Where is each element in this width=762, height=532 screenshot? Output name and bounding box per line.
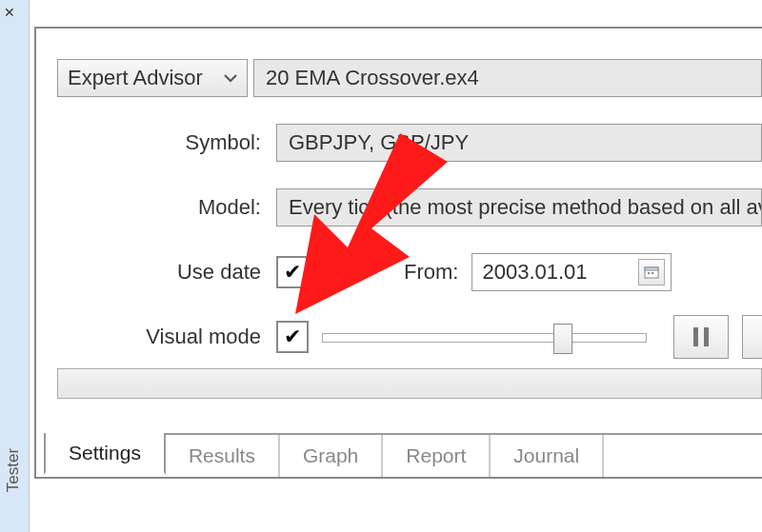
pause-icon <box>693 327 698 346</box>
use-date-checkbox[interactable]: ✔ <box>276 256 309 288</box>
speed-slider[interactable] <box>322 324 647 350</box>
svg-rect-1 <box>645 267 658 270</box>
tab-journal[interactable]: Journal <box>491 435 604 477</box>
tester-panel: Expert Advisor 20 EMA Crossover.ex4 Symb… <box>34 27 762 479</box>
visual-mode-label: Visual mode <box>57 325 276 349</box>
use-date-label: Use date <box>57 260 276 285</box>
calendar-icon[interactable] <box>638 259 665 286</box>
tab-results[interactable]: Results <box>166 435 280 477</box>
tab-label: Results <box>189 444 255 467</box>
side-tab-tester[interactable]: Tester <box>0 437 27 503</box>
expert-type-select[interactable]: Expert Advisor <box>57 59 248 97</box>
row-visual-mode: Visual mode ✔ <box>57 318 762 356</box>
from-label: From: <box>404 260 458 285</box>
from-date-input[interactable]: 2003.01.01 <box>471 253 672 291</box>
model-value: Every tick (the most precise method base… <box>289 195 762 220</box>
tab-label: Report <box>406 444 466 467</box>
slider-track <box>322 333 647 343</box>
tester-form: Expert Advisor 20 EMA Crossover.ex4 Symb… <box>57 59 762 383</box>
tab-graph[interactable]: Graph <box>280 435 383 477</box>
row-symbol: Symbol: GBPJPY, GBP/JPY <box>57 124 762 162</box>
tester-tabs: SettingsResultsGraphReportJournal <box>44 433 762 477</box>
pause-icon <box>704 327 709 346</box>
skip-button[interactable] <box>742 315 762 359</box>
tab-label: Graph <box>303 444 358 467</box>
symbol-label: Symbol: <box>57 130 276 155</box>
row-model: Model: Every tick (the most precise meth… <box>57 188 762 227</box>
expert-file-select[interactable]: 20 EMA Crossover.ex4 <box>253 59 762 97</box>
pause-button[interactable] <box>673 315 729 359</box>
model-select[interactable]: Every tick (the most precise method base… <box>276 188 762 227</box>
progress-bar <box>57 368 762 399</box>
tab-label: Journal <box>513 444 579 467</box>
svg-rect-2 <box>648 272 650 274</box>
symbol-select[interactable]: GBPJPY, GBP/JPY <box>276 124 762 162</box>
tab-label: Settings <box>69 442 141 464</box>
tab-settings[interactable]: Settings <box>44 433 166 475</box>
model-label: Model: <box>57 195 276 220</box>
close-icon[interactable]: ✕ <box>3 6 16 19</box>
tab-report[interactable]: Report <box>383 435 491 477</box>
expert-file-value: 20 EMA Crossover.ex4 <box>266 66 479 90</box>
slider-thumb[interactable] <box>553 324 572 354</box>
svg-rect-3 <box>652 272 653 274</box>
tester-panel-viewport: ✕ Tester Expert Advisor 20 EMA Crossover… <box>0 0 762 532</box>
visual-mode-checkbox[interactable]: ✔ <box>276 321 309 353</box>
symbol-value: GBPJPY, GBP/JPY <box>289 130 469 155</box>
side-strip: ✕ Tester <box>0 0 30 532</box>
row-use-date: Use date ✔ From: 2003.01.01 <box>57 253 762 291</box>
expert-type-label: Expert Advisor <box>68 66 203 90</box>
from-date-value: 2003.01.01 <box>482 260 587 285</box>
chevron-down-icon <box>224 73 237 83</box>
side-tab-label: Tester <box>4 448 23 492</box>
row-expert: Expert Advisor 20 EMA Crossover.ex4 <box>57 59 762 97</box>
